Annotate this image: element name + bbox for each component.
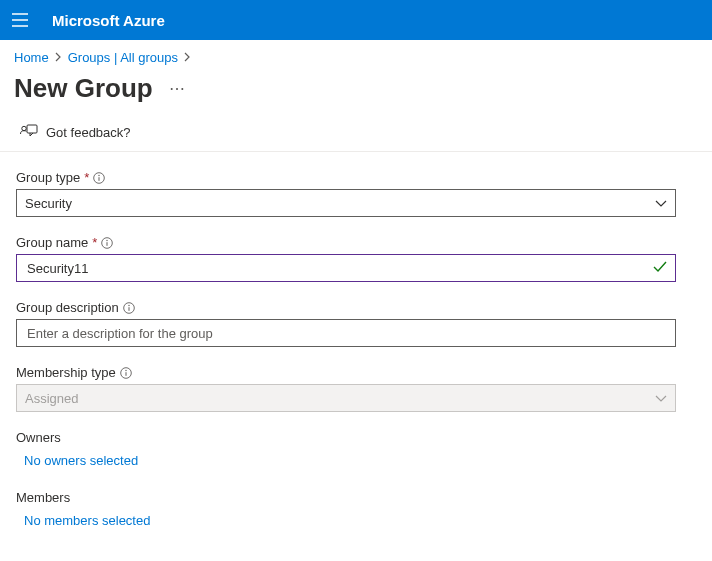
brand-name: Microsoft Azure xyxy=(52,12,165,29)
info-icon[interactable] xyxy=(101,237,113,249)
title-row: New Group ⋯ xyxy=(0,65,712,124)
breadcrumb: Home Groups | All groups xyxy=(0,40,712,65)
group-name-text[interactable] xyxy=(25,260,653,277)
group-type-field: Group type * Security xyxy=(16,170,696,217)
chevron-down-icon xyxy=(655,391,667,406)
group-name-field: Group name * xyxy=(16,235,696,282)
form: Group type * Security Group name * xyxy=(0,152,712,528)
feedback-icon xyxy=(20,124,38,141)
group-description-text[interactable] xyxy=(25,325,667,342)
info-icon[interactable] xyxy=(93,172,105,184)
members-label: Members xyxy=(16,490,696,505)
group-type-label: Group type xyxy=(16,170,80,185)
chevron-down-icon xyxy=(655,196,667,211)
owners-label: Owners xyxy=(16,430,696,445)
group-description-label: Group description xyxy=(16,300,119,315)
group-description-input[interactable] xyxy=(16,319,676,347)
chevron-right-icon xyxy=(55,52,62,64)
required-indicator: * xyxy=(92,235,97,250)
group-name-label: Group name xyxy=(16,235,88,250)
svg-point-15 xyxy=(125,369,126,370)
breadcrumb-groups-link[interactable]: Groups | All groups xyxy=(68,50,178,65)
group-type-select[interactable]: Security xyxy=(16,189,676,217)
svg-rect-4 xyxy=(27,125,37,133)
group-type-value: Security xyxy=(25,196,72,211)
membership-type-label: Membership type xyxy=(16,365,116,380)
feedback-button[interactable]: Got feedback? xyxy=(0,124,712,152)
hamburger-icon xyxy=(12,13,28,27)
svg-point-12 xyxy=(128,304,129,305)
group-name-input[interactable] xyxy=(16,254,676,282)
membership-type-select: Assigned xyxy=(16,384,676,412)
members-link[interactable]: No members selected xyxy=(16,513,696,528)
feedback-label: Got feedback? xyxy=(46,125,131,140)
svg-point-9 xyxy=(107,239,108,240)
membership-type-value: Assigned xyxy=(25,391,78,406)
info-icon[interactable] xyxy=(123,302,135,314)
required-indicator: * xyxy=(84,170,89,185)
breadcrumb-home-link[interactable]: Home xyxy=(14,50,49,65)
checkmark-icon xyxy=(653,261,667,276)
chevron-right-icon xyxy=(184,52,191,64)
page-title: New Group xyxy=(14,73,153,104)
group-description-field: Group description xyxy=(16,300,696,347)
membership-type-field: Membership type Assigned xyxy=(16,365,696,412)
svg-point-3 xyxy=(22,126,26,130)
owners-section: Owners No owners selected xyxy=(16,430,696,468)
top-bar: Microsoft Azure xyxy=(0,0,712,40)
svg-point-6 xyxy=(99,174,100,175)
owners-link[interactable]: No owners selected xyxy=(16,453,696,468)
info-icon[interactable] xyxy=(120,367,132,379)
members-section: Members No members selected xyxy=(16,490,696,528)
hamburger-menu-button[interactable] xyxy=(8,8,32,32)
more-actions-button[interactable]: ⋯ xyxy=(169,79,186,98)
